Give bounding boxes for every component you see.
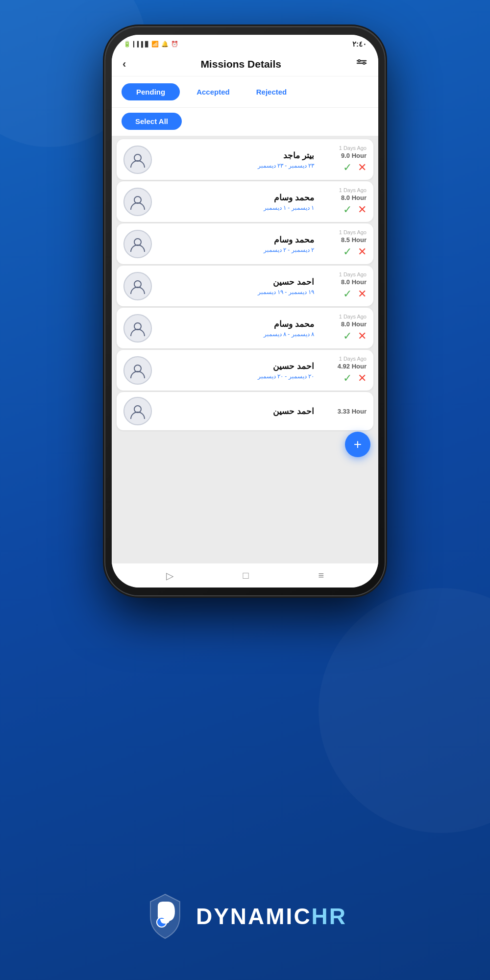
item-actions: ✓ ✕: [343, 245, 367, 258]
svg-point-4: [363, 62, 365, 64]
item-name: احمد حسين: [158, 361, 314, 371]
reject-button[interactable]: ✕: [358, 203, 367, 216]
item-hours: 9.0 Hour: [341, 152, 367, 159]
list-item: احمد حسين ٢٠ ديسمبر - ٢٠ ديسمبر 1 Days A…: [117, 350, 373, 391]
reject-button[interactable]: ✕: [358, 161, 367, 174]
signal-icon: ▎▍▌▊: [133, 41, 149, 48]
avatar: [123, 230, 152, 258]
item-hours: 8.0 Hour: [341, 278, 367, 286]
item-time-ago: 1 Days Ago: [339, 145, 367, 151]
list-item: احمد حسين ١٩ ديسمبر - ١٩ ديسمبر 1 Days A…: [117, 266, 373, 306]
item-info: محمد وسام ١ ديسمبر - ١ ديسمبر: [158, 193, 314, 211]
svg-point-3: [358, 60, 360, 62]
svg-point-9: [134, 323, 141, 330]
avatar: [123, 356, 152, 385]
avatar: [123, 146, 152, 174]
accept-button[interactable]: ✓: [343, 203, 352, 216]
notification-icon: 🔔: [161, 41, 169, 48]
item-actions: ✓ ✕: [343, 372, 367, 385]
bottom-nav: ▷ □ ≡: [112, 563, 378, 588]
svg-point-10: [134, 365, 141, 372]
item-date: ٢ ديسمبر - ٢ ديسمبر: [158, 246, 314, 253]
accept-button[interactable]: ✓: [343, 330, 352, 343]
item-name: محمد وسام: [158, 235, 314, 245]
item-time-ago: 1 Days Ago: [339, 229, 367, 235]
item-date: ١ ديسمبر - ١ ديسمبر: [158, 204, 314, 211]
item-actions: ✓ ✕: [343, 161, 367, 174]
app-header: ‹ Missions Details: [112, 51, 378, 76]
nav-play-icon[interactable]: ▷: [166, 570, 173, 582]
item-time-ago: 1 Days Ago: [339, 356, 367, 362]
item-info: محمد وسام ٢ ديسمبر - ٢ ديسمبر: [158, 235, 314, 253]
avatar: [123, 188, 152, 216]
item-info: محمد وسام ٨ ديسمبر - ٨ ديسمبر: [158, 319, 314, 338]
item-name: محمد وسام: [158, 193, 314, 203]
item-info: احمد حسين ١٩ ديسمبر - ١٩ ديسمبر: [158, 277, 314, 295]
item-meta: 1 Days Ago 9.0 Hour ✓ ✕: [320, 145, 367, 174]
logo-text: DYNAMICHR: [196, 903, 347, 930]
missions-list: بيتر ماجد ٢٣ ديسمبر - ٢٣ ديسمبر 1 Days A…: [112, 136, 378, 563]
list-item: بيتر ماجد ٢٣ ديسمبر - ٢٣ ديسمبر 1 Days A…: [117, 139, 373, 180]
item-name: احمد حسين: [158, 277, 314, 287]
avatar: [123, 314, 152, 343]
item-date: ٨ ديسمبر - ٨ ديسمبر: [158, 331, 314, 338]
tab-accepted[interactable]: Accepted: [187, 83, 240, 100]
item-info: احمد حسين: [158, 406, 314, 416]
avatar: [123, 272, 152, 300]
svg-point-7: [134, 239, 141, 245]
back-button[interactable]: ‹: [122, 58, 126, 71]
item-meta: 1 Days Ago 8.0 Hour ✓ ✕: [320, 187, 367, 216]
filter-button[interactable]: [356, 57, 368, 71]
accept-button[interactable]: ✓: [343, 245, 352, 258]
item-actions: ✓ ✕: [343, 203, 367, 216]
item-name: محمد وسام: [158, 319, 314, 329]
reject-button[interactable]: ✕: [358, 288, 367, 300]
select-all-row: Select All: [112, 108, 378, 136]
item-actions: ✓ ✕: [343, 330, 367, 343]
logo-section: DYNAMICHR: [143, 892, 347, 941]
item-meta: 1 Days Ago 8.5 Hour ✓ ✕: [320, 229, 367, 258]
item-info: احمد حسين ٢٠ ديسمبر - ٢٠ ديسمبر: [158, 361, 314, 380]
logo-icon: [143, 892, 187, 941]
item-hours: 8.0 Hour: [341, 320, 367, 328]
fab-button[interactable]: +: [345, 432, 370, 457]
item-hours: 3.33 Hour: [338, 408, 367, 415]
list-item: محمد وسام ١ ديسمبر - ١ ديسمبر 1 Days Ago…: [117, 181, 373, 222]
reject-button[interactable]: ✕: [358, 245, 367, 258]
item-name: بيتر ماجد: [158, 150, 314, 161]
list-item: احمد حسين 3.33 Hour: [117, 392, 373, 430]
accept-button[interactable]: ✓: [343, 372, 352, 385]
svg-point-11: [134, 406, 141, 413]
item-meta: 1 Days Ago 4.92 Hour ✓ ✕: [320, 356, 367, 385]
status-time: ٢:٤٠: [352, 40, 367, 49]
nav-menu-icon[interactable]: ≡: [318, 570, 324, 581]
alarm-icon: ⏰: [171, 41, 178, 48]
item-date: ١٩ ديسمبر - ١٩ ديسمبر: [158, 289, 314, 295]
svg-point-6: [134, 196, 141, 203]
item-hours: 4.92 Hour: [338, 363, 367, 370]
status-icons: 🔋 ▎▍▌▊ 📶 🔔 ⏰: [123, 41, 178, 48]
select-all-button[interactable]: Select All: [122, 113, 182, 130]
list-item: محمد وسام ٨ ديسمبر - ٨ ديسمبر 1 Days Ago…: [117, 308, 373, 348]
accept-button[interactable]: ✓: [343, 161, 352, 174]
item-time-ago: 1 Days Ago: [339, 271, 367, 277]
battery-icon: 🔋: [123, 41, 131, 48]
item-actions: ✓ ✕: [343, 288, 367, 300]
item-date: ٢٣ ديسمبر - ٢٣ ديسمبر: [158, 162, 314, 169]
accept-button[interactable]: ✓: [343, 288, 352, 300]
tabs-row: Pending Accepted Rejected: [112, 76, 378, 108]
reject-button[interactable]: ✕: [358, 372, 367, 385]
item-meta: 1 Days Ago 8.0 Hour ✓ ✕: [320, 314, 367, 343]
item-time-ago: 1 Days Ago: [339, 187, 367, 193]
svg-point-5: [134, 154, 141, 161]
item-hours: 8.5 Hour: [341, 236, 367, 244]
reject-button[interactable]: ✕: [358, 330, 367, 343]
page-title: Missions Details: [200, 58, 281, 70]
tab-rejected[interactable]: Rejected: [246, 83, 297, 100]
item-date: ٢٠ ديسمبر - ٢٠ ديسمبر: [158, 373, 314, 380]
item-info: بيتر ماجد ٢٣ ديسمبر - ٢٣ ديسمبر: [158, 150, 314, 169]
item-meta: 1 Days Ago 8.0 Hour ✓ ✕: [320, 271, 367, 300]
nav-home-icon[interactable]: □: [243, 570, 249, 581]
item-hours: 8.0 Hour: [341, 194, 367, 201]
tab-pending[interactable]: Pending: [122, 83, 180, 100]
